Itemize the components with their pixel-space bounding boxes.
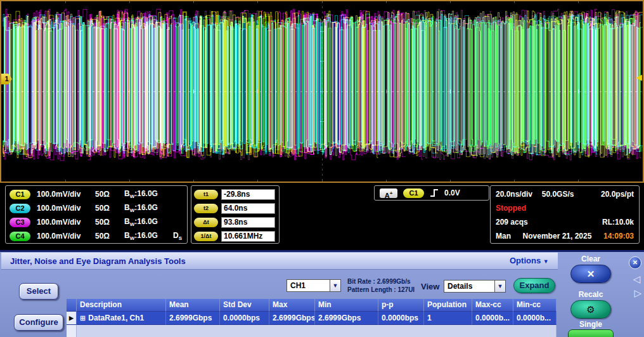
- options-menu[interactable]: Options ▼: [510, 256, 549, 265]
- channel-1-readout[interactable]: C1 100.0mV/div 50Ω BW:16.0G: [10, 187, 183, 201]
- channel-4-readout[interactable]: C4 100.0mV/div 50Ω BW:16.0G DS: [10, 229, 183, 243]
- bit-rate-value: Bit Rate : 2.6999Gb/s: [347, 277, 415, 286]
- channel-2-readout[interactable]: C2 100.0mV/div 50Ω BW:16.0G: [10, 201, 183, 215]
- view-select[interactable]: Details ▼: [444, 280, 506, 293]
- cell-max: 2.6999Gbps: [269, 312, 315, 325]
- channel-2-scale: 100.0mV/div: [37, 204, 95, 213]
- clear-label: Clear: [569, 254, 612, 263]
- cell-description[interactable]: ⊞DataRate1, Ch1: [77, 312, 166, 325]
- table-row[interactable]: ▶ ⊞DataRate1, Ch1 2.6999Gbps 0.0000bps 2…: [67, 312, 557, 325]
- panel-title-bar: Jitter, Noise and Eye Diagram Analysis T…: [1, 253, 558, 270]
- cell-min-cc: 0.0000b...: [513, 312, 557, 325]
- cursor-delta-t-badge[interactable]: Δt: [194, 218, 218, 227]
- status-bar: C1 100.0mV/div 50Ω BW:16.0G C2 100.0mV/d…: [0, 183, 644, 250]
- marker-label: 1: [4, 75, 8, 83]
- col-description[interactable]: Description: [77, 299, 166, 312]
- col-min[interactable]: Min: [315, 299, 378, 312]
- view-label: View: [421, 282, 439, 291]
- col-p-p[interactable]: p-p: [378, 299, 424, 312]
- nav-next-icon[interactable]: ▷: [634, 287, 641, 299]
- table-corner-cell: [67, 299, 77, 312]
- resolution-value: 20.0ps/pt: [601, 190, 634, 199]
- waveform-display[interactable]: [1, 1, 643, 182]
- trigger-source-badge[interactable]: C1: [403, 188, 424, 198]
- time-value: 14:09:03: [603, 232, 634, 241]
- channel-4-bandwidth: BW:16.0G: [124, 231, 158, 241]
- rising-edge-icon: [430, 188, 439, 198]
- source-select[interactable]: CH1 ▼: [287, 279, 341, 292]
- expand-row-icon[interactable]: ⊞: [80, 314, 86, 322]
- single-label: Single: [569, 320, 612, 329]
- cursor-t2-value[interactable]: 64.0ns: [221, 203, 275, 214]
- channel-1-badge[interactable]: C1: [10, 190, 30, 199]
- acquisition-count: 209 acqs: [496, 218, 528, 227]
- trigger-readout[interactable]: A+ C1 0.0V: [374, 185, 489, 201]
- recalc-button[interactable]: ⚙: [570, 300, 611, 319]
- oscilloscope-screen: 1 ◀ C1 100.0mV/div 50Ω BW:16.0G C2 100.0…: [0, 0, 644, 337]
- timebase-row: 20.0ns/div 50.0GS/s 20.0ps/pt: [496, 187, 634, 201]
- trigger-mode-value: Man: [496, 232, 511, 241]
- table-empty-row: [67, 325, 557, 337]
- cursor-t2-badge[interactable]: t2: [194, 204, 218, 213]
- col-max-cc[interactable]: Max-cc: [472, 299, 513, 312]
- cell-min: 2.6999Gbps: [315, 312, 378, 325]
- channel-3-impedance: 50Ω: [95, 218, 124, 227]
- row-selector-icon[interactable]: ▶: [67, 312, 77, 325]
- record-length: RL:10.0k: [602, 218, 634, 227]
- cell-p-p: 0.0000bps: [378, 312, 424, 325]
- cursor-t1-value[interactable]: -29.8ns: [221, 189, 275, 200]
- table-header-row: Description Mean Std Dev Max Min p-p Pop…: [67, 299, 557, 312]
- sample-rate-value: 50.0GS/s: [542, 190, 574, 199]
- gear-icon: ⚙: [586, 304, 595, 315]
- cursor-t1-badge[interactable]: t1: [194, 190, 218, 199]
- col-population[interactable]: Population: [424, 299, 472, 312]
- col-std-dev[interactable]: Std Dev: [220, 299, 269, 312]
- col-mean[interactable]: Mean: [166, 299, 220, 312]
- expand-button[interactable]: Expand: [513, 278, 555, 293]
- cursor-inv-delta-t-value[interactable]: 10.661MHz: [221, 231, 275, 242]
- chevron-down-icon[interactable]: ▼: [330, 279, 341, 292]
- clear-button[interactable]: ✕: [570, 265, 611, 283]
- trigger-level-value[interactable]: 0.0V: [444, 188, 460, 197]
- panel-title: Jitter, Noise and Eye Diagram Analysis T…: [10, 256, 186, 266]
- configure-button[interactable]: Configure: [14, 314, 63, 331]
- select-button[interactable]: Select: [19, 283, 58, 300]
- channel-1-bandwidth: BW:16.0G: [124, 189, 158, 199]
- bit-rate-info: Bit Rate : 2.6999Gb/s Pattern Length : 1…: [347, 277, 415, 294]
- cell-population: 1: [424, 312, 472, 325]
- close-icon[interactable]: ✕: [629, 256, 641, 269]
- col-max[interactable]: Max: [269, 299, 315, 312]
- channel-1-scale: 100.0mV/div: [37, 190, 95, 199]
- recalc-label: Recalc: [569, 290, 612, 299]
- panel-control-strip: ✕ ◁ ▷ Clear ✕ Recalc ⚙ Single: [558, 252, 644, 337]
- source-select-value[interactable]: CH1: [287, 279, 330, 292]
- cursor-delta-t-value[interactable]: 93.8ns: [221, 217, 275, 228]
- view-select-value[interactable]: Details: [444, 280, 494, 293]
- nav-previous-icon[interactable]: ◁: [633, 274, 640, 285]
- chevron-down-icon[interactable]: ▼: [494, 280, 506, 293]
- channel-4-scale: 100.0mV/div: [37, 232, 95, 241]
- channel-3-badge[interactable]: C3: [10, 218, 30, 227]
- clear-x-icon: ✕: [587, 268, 595, 279]
- vertical-readouts: C1 100.0mV/div 50Ω BW:16.0G C2 100.0mV/d…: [5, 185, 188, 244]
- channel-3-readout[interactable]: C3 100.0mV/div 50Ω BW:16.0G: [10, 215, 183, 229]
- trigger-mode-badge[interactable]: A+: [380, 188, 397, 198]
- cursor-inv-delta-t-badge[interactable]: 1/Δt: [194, 232, 218, 241]
- trigger-level-arrow-icon[interactable]: ◀: [636, 72, 642, 82]
- chevron-down-icon: ▼: [543, 258, 549, 265]
- channel-1-impedance: 50Ω: [95, 190, 124, 199]
- cursor-readouts: t1 -29.8ns t2 64.0ns Δt 93.8ns 1/Δt 10.6…: [191, 185, 280, 244]
- measurements-table: Description Mean Std Dev Max Min p-p Pop…: [67, 299, 557, 337]
- timebase-group[interactable]: 20.0ns/div 50.0GS/s: [496, 190, 574, 199]
- digital-sampling-indicator: DS: [173, 231, 183, 241]
- waveform-area: 1 ◀: [0, 0, 644, 183]
- channel-4-impedance: 50Ω: [95, 232, 124, 241]
- date-value: November 21, 2025: [523, 232, 592, 241]
- channel-2-badge[interactable]: C2: [10, 204, 30, 213]
- single-button[interactable]: [568, 329, 614, 337]
- channel-3-bandwidth: BW:16.0G: [124, 217, 158, 227]
- channel-4-badge[interactable]: C4: [10, 232, 30, 241]
- cell-std-dev: 0.0000bps: [220, 312, 269, 325]
- col-min-cc[interactable]: Min-cc: [513, 299, 557, 312]
- cursor-t2-row: t2 64.0ns: [194, 201, 276, 215]
